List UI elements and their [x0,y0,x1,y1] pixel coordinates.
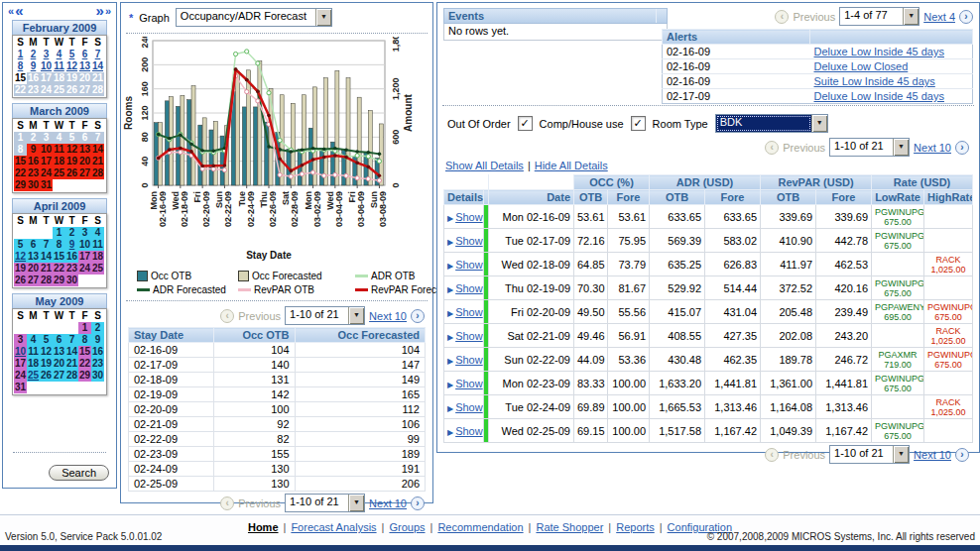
column-header-date[interactable]: Date [489,190,574,205]
next-page-icon[interactable]: › [411,496,425,510]
show-details-link[interactable]: Show [455,259,483,271]
calendar-day: 25 [53,167,65,179]
calendar-day[interactable]: 6 [78,49,91,60]
calendar-day[interactable]: 14 [91,60,104,72]
column-header-fore[interactable]: Fore [705,190,761,205]
column-header-fore[interactable]: Fore [816,190,872,205]
svg-text:120: 120 [140,105,150,120]
footer-nav-recommendation[interactable]: Recommendation [437,521,523,533]
alert-link[interactable]: Deluxe Low Closed [814,60,909,72]
last-page-icon[interactable]: » [105,5,111,17]
dropdown-arrow-icon[interactable]: ▼ [893,446,909,463]
calendar-day[interactable]: 12 [65,60,78,72]
weekday-label: F [78,120,91,132]
next-month-icon[interactable]: » [96,5,104,17]
column-header-otb[interactable]: OTB [650,190,705,205]
graph-type-select[interactable]: Occupancy/ADR Forecast ▼ [176,8,332,27]
alert-link[interactable]: Deluxe Low Inside 45 days [814,90,944,102]
calendar-day[interactable]: 12 [14,251,27,263]
calendar-day[interactable]: 3 [40,49,53,60]
value-cell: 100.00 [608,372,650,395]
legend-swatch-icon [238,288,251,291]
dropdown-arrow-icon[interactable]: ▼ [811,115,827,132]
calendar-day[interactable]: 9 [27,60,40,72]
page-range-select[interactable]: 1-10 of 21▼ [829,138,910,157]
show-details-link[interactable]: Show [455,378,483,389]
next-page-icon[interactable]: › [955,141,969,155]
date-cell: Mon 02-16-09 [489,205,574,229]
first-page-icon[interactable]: « [8,5,14,17]
calendar-day[interactable]: 2 [27,49,40,60]
comp-house-checkbox[interactable]: ✓ [631,116,646,131]
page-range-select[interactable]: 1-10 of 21▼ [829,445,910,464]
calendar-day[interactable]: 13 [78,60,91,72]
hide-all-details-link[interactable]: Hide All Details [535,160,608,171]
next-page-icon[interactable]: › [955,448,969,462]
column-header-otb[interactable]: OTB [761,190,816,205]
dropdown-arrow-icon[interactable]: ▼ [893,139,909,156]
calendar-day[interactable]: 25 [27,370,40,382]
calendar-day[interactable]: 5 [65,49,78,60]
dropdown-arrow-icon[interactable]: ▼ [348,495,364,511]
show-details-link[interactable]: Show [455,425,483,437]
search-button[interactable]: Search [49,465,109,481]
out-of-order-checkbox[interactable]: ✓ [518,116,533,131]
calendar-day: 11 [91,239,104,251]
calendar-day[interactable]: 4 [53,49,65,60]
footer-nav-home[interactable]: Home [248,521,279,533]
show-details-link[interactable]: Show [455,401,483,413]
next-page-link[interactable]: Next 10 [914,449,951,461]
column-header-otb[interactable]: OTB [574,190,608,205]
calendar-day[interactable]: 1 [14,49,27,60]
footer-nav-forecast-analysis[interactable]: Forecast Analysis [291,521,376,533]
calendar-day[interactable]: 11 [53,60,65,72]
room-type-select[interactable]: BDK ▼ [715,114,828,133]
column-header-details[interactable]: Details [444,190,484,205]
dropdown-arrow-icon[interactable]: ▼ [903,8,919,25]
calendar-day[interactable]: 9 [65,239,78,251]
show-details-link[interactable]: Show [455,211,483,223]
column-header-stay-date[interactable]: Stay Date [129,328,214,343]
next-page-link[interactable]: Next 10 [369,497,407,509]
show-details-link[interactable]: Show [455,330,483,342]
show-all-details-link[interactable]: Show All Details [445,160,524,171]
column-header-lowrate[interactable]: LowRate [872,190,924,205]
column-header-occ-forecasted[interactable]: Occ Forecasted [295,328,425,343]
footer-nav-groups[interactable]: Groups [389,521,425,533]
show-details-link[interactable]: Show [455,282,483,294]
footer: Home|Forecast Analysis|Groups|Recommenda… [0,514,980,551]
calendar-day[interactable]: 7 [91,49,104,60]
next-page-link[interactable]: Next 10 [369,310,407,322]
next-page-link[interactable]: Next 10 [914,142,951,154]
page-range-select[interactable]: 1-4 of 77▼ [839,7,919,26]
previous-month-icon[interactable]: « [15,5,23,17]
page-range-select[interactable]: 1-10 of 21▼ [285,306,365,325]
alert-link[interactable]: Deluxe Low Inside 45 days [814,46,944,57]
nav-separator: | [430,521,433,533]
weekday-label: F [78,310,91,322]
page-range-select[interactable]: 1-10 of 21▼ [285,494,365,512]
dropdown-arrow-icon[interactable]: ▼ [348,307,364,324]
footer-nav-reports[interactable]: Reports [616,521,655,533]
show-details-link[interactable]: Show [455,306,483,318]
calendar-day[interactable]: 10 [40,60,53,72]
column-header-highrate[interactable]: HighRate [924,190,973,205]
calendar-day: 14 [65,346,78,358]
value-cell: 415.07 [650,300,705,324]
next-page-icon[interactable]: › [411,309,425,323]
column-header-fore[interactable]: Fore [608,190,650,205]
calendar-day[interactable]: 8 [14,60,27,72]
table-row: 02-24-09130191 [129,462,426,477]
show-details-link[interactable]: Show [455,235,483,247]
dropdown-arrow-icon[interactable]: ▼ [315,9,331,26]
legend-label: ADR Forecasted [153,284,226,295]
alert-link[interactable]: Suite Low Inside 45 days [814,75,935,87]
weekday-label: W [53,37,65,49]
calendar-day[interactable]: 10 [14,346,27,358]
show-details-link[interactable]: Show [455,354,483,366]
next-page-icon[interactable]: › [959,10,973,24]
footer-nav-rate-shopper[interactable]: Rate Shopper [536,521,603,533]
calendar-day: 7 [40,239,53,251]
next-page-link[interactable]: Next 4 [923,11,955,23]
column-header-occ-otb[interactable]: Occ OTB [213,328,295,343]
